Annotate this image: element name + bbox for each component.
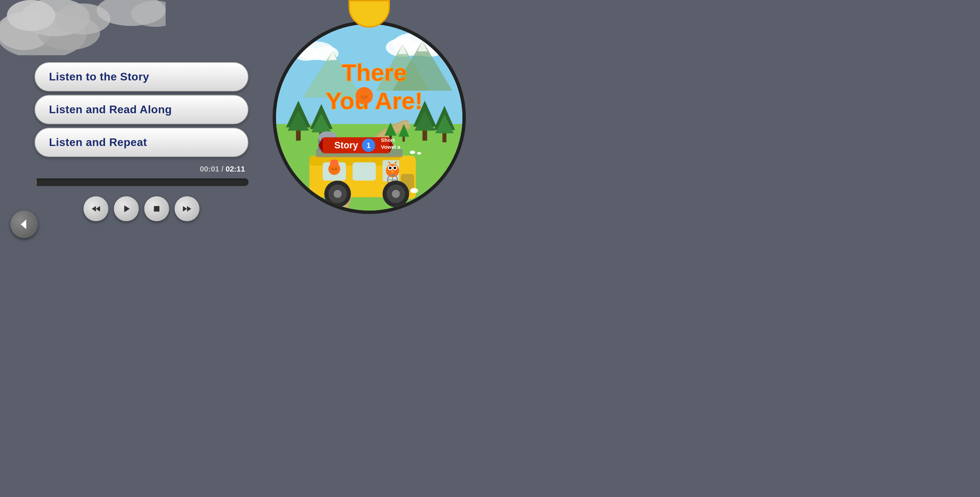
- svg-point-93: [361, 95, 364, 98]
- svg-point-2: [38, 16, 100, 50]
- book-cover-circle: There You Are! Story 1 Short Vowel a: [273, 21, 466, 214]
- svg-marker-14: [21, 220, 26, 229]
- listen-and-repeat-button[interactable]: Listen and Repeat: [35, 128, 248, 157]
- fast-forward-icon: [182, 204, 192, 213]
- listen-to-story-button[interactable]: Listen to the Story: [35, 62, 248, 91]
- time-separator: /: [221, 165, 225, 173]
- book-cover-area: There You Are! Story 1 Short Vowel a: [269, 10, 469, 225]
- svg-point-4: [7, 0, 55, 31]
- svg-point-46: [417, 152, 421, 155]
- back-button[interactable]: [10, 210, 38, 238]
- stop-icon: [152, 204, 161, 213]
- svg-point-75: [393, 167, 396, 169]
- fast-forward-button[interactable]: [175, 196, 199, 221]
- svg-point-94: [365, 95, 368, 98]
- svg-text:Short: Short: [381, 137, 395, 143]
- back-arrow-icon: [18, 218, 30, 231]
- svg-marker-13: [187, 206, 191, 212]
- svg-rect-70: [331, 159, 337, 164]
- svg-marker-10: [124, 205, 130, 212]
- current-time: 00:01: [200, 165, 219, 173]
- svg-point-7: [131, 1, 165, 27]
- svg-point-3: [21, 0, 90, 36]
- svg-marker-8: [92, 206, 96, 212]
- svg-point-55: [411, 189, 417, 192]
- rewind-icon: [91, 204, 101, 213]
- svg-point-5: [55, 3, 110, 35]
- transport-controls: [35, 196, 248, 221]
- rewind-button[interactable]: [84, 196, 108, 221]
- svg-point-92: [365, 91, 369, 95]
- svg-point-90: [355, 87, 373, 104]
- svg-point-87: [392, 190, 400, 198]
- svg-text:Story: Story: [334, 140, 358, 150]
- svg-text:1: 1: [366, 142, 371, 150]
- svg-point-6: [97, 0, 165, 26]
- progress-bar[interactable]: [35, 178, 248, 186]
- listen-and-read-button[interactable]: Listen and Read Along: [35, 95, 248, 124]
- svg-marker-9: [96, 206, 100, 212]
- svg-point-0: [0, 10, 86, 55]
- clouds-decoration: [0, 0, 165, 55]
- stop-button[interactable]: [144, 196, 169, 221]
- svg-rect-50: [353, 162, 376, 180]
- svg-point-91: [360, 91, 364, 95]
- progress-bar-fill: [35, 178, 37, 186]
- svg-text:You Are!: You Are!: [326, 87, 423, 114]
- svg-point-45: [410, 150, 415, 154]
- svg-marker-12: [183, 206, 187, 212]
- svg-text:There: There: [342, 59, 407, 86]
- time-display: 00:01 / 02:11: [35, 165, 248, 174]
- play-icon: [121, 204, 131, 213]
- svg-point-74: [389, 167, 391, 169]
- svg-point-1: [0, 12, 52, 50]
- svg-text:Vowel a: Vowel a: [381, 144, 401, 150]
- book-illustration: There You Are! Story 1 Short Vowel a: [276, 24, 462, 210]
- total-time: 02:11: [226, 165, 245, 173]
- svg-point-84: [334, 190, 342, 198]
- play-button[interactable]: [114, 196, 139, 221]
- svg-rect-11: [154, 206, 159, 212]
- menu-panel: Listen to the Story Listen and Read Alon…: [35, 62, 248, 221]
